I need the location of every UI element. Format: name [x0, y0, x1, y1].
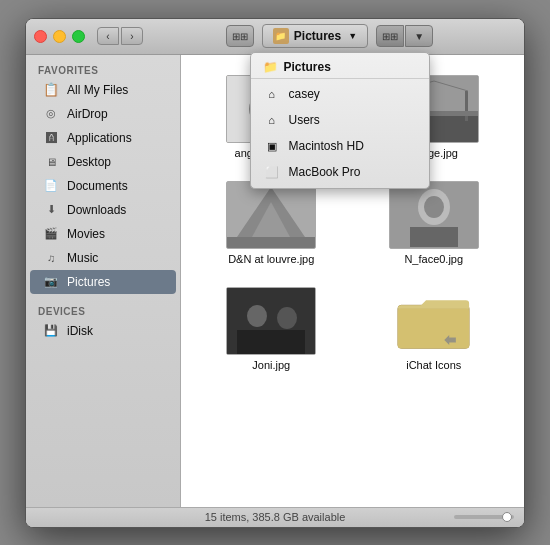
dropdown-title: Pictures: [284, 60, 331, 74]
pictures-icon: 📷: [42, 273, 60, 291]
sidebar-item-applications[interactable]: 🅰 Applications: [30, 126, 176, 150]
path-title: Pictures: [294, 29, 341, 43]
svg-rect-13: [227, 237, 315, 248]
file-item-joni[interactable]: Joni.jpg: [195, 281, 348, 377]
file-label: N_face0.jpg: [404, 253, 463, 265]
sidebar-item-movies[interactable]: 🎬 Movies: [30, 222, 176, 246]
file-thumbnail: [389, 181, 479, 249]
svg-rect-24: [398, 308, 469, 348]
zoom-button[interactable]: [72, 30, 85, 43]
sidebar-item-label: Desktop: [67, 155, 111, 169]
favorites-header: FAVORITES: [26, 61, 180, 78]
file-thumbnail: [389, 287, 479, 355]
sidebar: FAVORITES 📋 All My Files ◎ AirDrop 🅰 App…: [26, 55, 181, 507]
dropdown-item-label: Macintosh HD: [289, 139, 364, 153]
titlebar: ‹ › ⊞⊞ 📁 Pictures ▼ 📁 Pictures ⌂ casey: [26, 19, 524, 55]
file-label: Joni.jpg: [252, 359, 290, 371]
devices-header: DEVICES: [26, 302, 180, 319]
documents-icon: 📄: [42, 177, 60, 195]
zoom-slider-thumb[interactable]: [502, 512, 512, 522]
folder-icon: 📁: [273, 28, 289, 44]
dropdown-header: 📁 Pictures: [251, 56, 429, 79]
thumb-image: [390, 182, 478, 248]
file-thumbnail: [226, 287, 316, 355]
traffic-lights: [34, 30, 85, 43]
dropdown-arrow: ▼: [348, 31, 357, 41]
finder-window: ‹ › ⊞⊞ 📁 Pictures ▼ 📁 Pictures ⌂ casey: [25, 18, 525, 528]
sidebar-item-label: Music: [67, 251, 98, 265]
svg-point-20: [277, 307, 297, 329]
path-button[interactable]: 📁 Pictures ▼: [262, 24, 368, 48]
sidebar-item-desktop[interactable]: 🖥 Desktop: [30, 150, 176, 174]
desktop-icon: 🖥: [42, 153, 60, 171]
dropdown-item-macbook-pro[interactable]: ⬜ MacBook Pro: [251, 159, 429, 185]
zoom-slider-container: [454, 515, 514, 519]
laptop-icon: ⬜: [263, 163, 281, 181]
zoom-slider-track[interactable]: [454, 515, 514, 519]
dropdown-item-label: casey: [289, 87, 320, 101]
icon-view-button[interactable]: ⊞⊞: [226, 25, 254, 47]
sidebar-item-downloads[interactable]: ⬇ Downloads: [30, 198, 176, 222]
sidebar-item-pictures[interactable]: 📷 Pictures: [30, 270, 176, 294]
sidebar-item-label: Movies: [67, 227, 105, 241]
file-label: iChat Icons: [406, 359, 461, 371]
svg-point-19: [247, 305, 267, 327]
all-my-files-icon: 📋: [42, 81, 60, 99]
file-label: D&N at louvre.jpg: [228, 253, 314, 265]
svg-rect-6: [465, 91, 468, 121]
svg-rect-21: [237, 330, 305, 354]
dropdown-item-macintosh-hd[interactable]: ▣ Macintosh HD: [251, 133, 429, 159]
file-item-ichat-icons[interactable]: iChat Icons: [358, 281, 511, 377]
hdd-icon: ▣: [263, 137, 281, 155]
view-buttons: ⊞⊞ ▼: [376, 25, 433, 47]
sidebar-item-label: Downloads: [67, 203, 126, 217]
sidebar-item-label: AirDrop: [67, 107, 108, 121]
dropdown-item-label: Users: [289, 113, 320, 127]
sidebar-item-label: Pictures: [67, 275, 110, 289]
svg-rect-17: [410, 227, 458, 247]
sidebar-item-all-my-files[interactable]: 📋 All My Files: [30, 78, 176, 102]
list-view-button[interactable]: ▼: [405, 25, 433, 47]
file-thumbnail: [226, 181, 316, 249]
sidebar-item-music[interactable]: ♫ Music: [30, 246, 176, 270]
sidebar-item-label: iDisk: [67, 324, 93, 338]
status-info: 15 items, 385.8 GB available: [205, 511, 346, 523]
folder-svg: [396, 292, 471, 350]
sidebar-item-idisk[interactable]: 💾 iDisk: [30, 319, 176, 343]
sidebar-item-label: All My Files: [67, 83, 128, 97]
airdrop-icon: ◎: [42, 105, 60, 123]
nav-buttons: ‹ ›: [97, 27, 143, 45]
grid-view-button[interactable]: ⊞⊞: [376, 25, 404, 47]
sidebar-item-documents[interactable]: 📄 Documents: [30, 174, 176, 198]
statusbar: 15 items, 385.8 GB available: [26, 507, 524, 527]
dropdown-item-label: MacBook Pro: [289, 165, 361, 179]
dropdown-folder-icon: 📁: [263, 60, 278, 74]
toolbar-center: ⊞⊞ 📁 Pictures ▼ 📁 Pictures ⌂ casey ⌂ Us: [143, 24, 516, 48]
svg-point-16: [424, 196, 444, 218]
users-icon: ⌂: [263, 111, 281, 129]
house-icon: ⌂: [263, 85, 281, 103]
back-button[interactable]: ‹: [97, 27, 119, 45]
music-icon: ♫: [42, 249, 60, 267]
movies-icon: 🎬: [42, 225, 60, 243]
sidebar-item-label: Applications: [67, 131, 132, 145]
idisk-icon: 💾: [42, 322, 60, 340]
path-dropdown: 📁 Pictures ⌂ casey ⌂ Users ▣ Macintosh H…: [250, 52, 430, 189]
thumb-image: [227, 182, 315, 248]
dropdown-item-users[interactable]: ⌂ Users: [251, 107, 429, 133]
sidebar-item-label: Documents: [67, 179, 128, 193]
close-button[interactable]: [34, 30, 47, 43]
downloads-icon: ⬇: [42, 201, 60, 219]
applications-icon: 🅰: [42, 129, 60, 147]
thumb-image: [227, 288, 315, 354]
sidebar-item-airdrop[interactable]: ◎ AirDrop: [30, 102, 176, 126]
forward-button[interactable]: ›: [121, 27, 143, 45]
minimize-button[interactable]: [53, 30, 66, 43]
dropdown-item-casey[interactable]: ⌂ casey: [251, 81, 429, 107]
